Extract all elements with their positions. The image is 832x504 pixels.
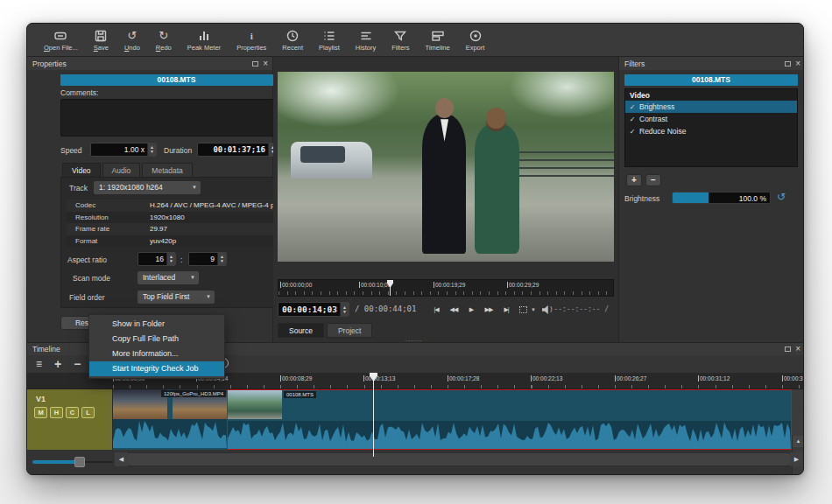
clip-thumbnail <box>228 390 282 419</box>
timeline-playhead[interactable] <box>373 373 374 457</box>
close-panel-icon[interactable]: × <box>795 60 800 67</box>
menu-item-show-in-folder[interactable]: Show in Folder <box>89 317 224 332</box>
scan-mode-dropdown[interactable]: Interlaced▼ <box>137 271 199 284</box>
filter-item-contrast[interactable]: ✓ Contrast <box>625 113 797 125</box>
aspect-height-spinbox[interactable]: 9 ▲▼ <box>188 252 227 266</box>
scroll-right-icon[interactable]: ▶ <box>790 452 803 466</box>
save-button[interactable]: Save <box>86 24 116 56</box>
filters-button[interactable]: Filters <box>384 24 417 56</box>
scroll-left-icon[interactable]: ◀ <box>115 452 128 466</box>
close-panel-icon[interactable]: × <box>795 346 800 353</box>
skip-end-button[interactable]: ▶| <box>498 304 514 316</box>
checkbox-checked-icon[interactable]: ✓ <box>625 116 639 123</box>
export-button[interactable]: Export <box>458 24 493 56</box>
aspect-w-arrows[interactable]: ▲▼ <box>166 253 175 265</box>
track-header-v1[interactable]: V1 M H C L <box>27 389 113 450</box>
field-order-dropdown[interactable]: Top Field First▼ <box>137 290 215 304</box>
recent-icon <box>286 28 300 43</box>
volume-icon[interactable] <box>542 305 550 314</box>
position-spin-arrows[interactable]: ▲▼ <box>340 303 349 316</box>
table-row: CodecH.264 / AVC / MPEG-4 AVC / MPEG-4 p… <box>67 200 287 212</box>
comments-textarea[interactable] <box>60 99 293 136</box>
track-dropdown[interactable]: 1: 1920x1080 h264▼ <box>94 181 201 194</box>
add-filter-button[interactable]: + <box>626 174 642 186</box>
clip-label: 120fps_GoPro_HD3.MP4 <box>161 390 226 397</box>
track-label: Track <box>69 184 88 192</box>
rewind-button[interactable]: ◀◀ <box>446 304 462 316</box>
timeline-remove-icon[interactable]: − <box>74 359 81 369</box>
speed-spin-arrows[interactable]: ▲▼ <box>147 144 156 156</box>
timeline-zoom-slider[interactable] <box>32 457 113 467</box>
checkbox-checked-icon[interactable]: ✓ <box>625 128 639 136</box>
undo-button[interactable]: ↺ Undo <box>116 24 148 56</box>
history-button[interactable]: History <box>348 24 384 56</box>
menu-item-start-integrity-check-job[interactable]: Start Integrity Check Job <box>89 361 224 376</box>
aspect-width-spinbox[interactable]: 16 ▲▼ <box>137 252 176 266</box>
play-button[interactable]: ▶ <box>463 304 479 316</box>
skip-start-button[interactable]: |◀ <box>428 304 444 316</box>
brightness-slider[interactable]: 100.0 % <box>672 192 771 204</box>
menu-item-more-information[interactable]: More Information... <box>89 346 224 361</box>
tab-project[interactable]: Project <box>327 323 372 338</box>
open-file-button[interactable]: Open File... <box>36 24 86 56</box>
track-hide-button[interactable]: H <box>50 407 63 418</box>
float-panel-icon[interactable] <box>785 61 791 66</box>
video-car <box>291 142 371 178</box>
menu-item-copy-full-file-path[interactable]: Copy Full File Path <box>89 332 224 346</box>
properties-button[interactable]: i Properties <box>229 24 274 56</box>
remove-filter-button[interactable]: − <box>645 174 661 186</box>
timeline-append-icon[interactable]: + <box>54 359 61 369</box>
filter-funnel-icon <box>393 28 407 43</box>
track-composite-button[interactable]: C <box>66 407 79 418</box>
redo-button[interactable]: ↻ Redo <box>148 24 180 56</box>
duration-spinbox[interactable]: 00:01:37;16 ▲▼ <box>197 143 278 157</box>
player-position-spinbox[interactable]: 00:00:14;03 ▲▼ <box>278 302 349 317</box>
in-out-button[interactable] <box>519 306 527 313</box>
speed-spinbox[interactable]: 1.00 x ▲▼ <box>90 143 157 157</box>
scroll-up-icon[interactable]: ▲ <box>793 436 804 447</box>
clip-waveform <box>228 421 791 449</box>
peak-meter-button[interactable]: Peak Meter <box>180 24 229 56</box>
fast-forward-button[interactable]: ▶▶ <box>481 304 497 316</box>
peak-meter-icon <box>197 28 211 43</box>
app-window: Open File... Save ↺ Undo ↻ Redo Peak Met… <box>26 23 804 475</box>
float-panel-icon[interactable] <box>252 61 258 66</box>
tab-audio[interactable]: Audio <box>102 163 141 177</box>
filters-filename: 00108.MTS <box>624 74 798 86</box>
transport-controls: 00:00:14;03 ▲▼ / 00:00:44;01 |◀ ◀◀ ▶ ▶▶ … <box>278 302 614 319</box>
param-reset-icon[interactable]: ↺ <box>777 191 786 203</box>
tab-video[interactable]: Video <box>62 163 101 177</box>
aspect-ratio-label: Aspect ratio <box>67 256 107 264</box>
duration-label: Duration <box>164 146 192 155</box>
filter-item-reduce-noise[interactable]: ✓ Reduce Noise <box>625 125 797 137</box>
clip-waveform <box>113 419 227 448</box>
save-icon <box>94 28 108 43</box>
checkbox-checked-icon[interactable]: ✓ <box>625 103 639 111</box>
track-mute-button[interactable]: M <box>34 407 47 418</box>
recent-button[interactable]: Recent <box>274 24 311 56</box>
scrollbar-thumb[interactable] <box>128 453 790 466</box>
properties-filename: 00108.MTS <box>60 74 293 86</box>
clip-gopro[interactable]: 120fps_GoPro_HD3.MP4 <box>113 389 227 450</box>
table-row: Frame rate29.97 <box>67 223 287 235</box>
tab-source[interactable]: Source <box>278 323 324 338</box>
timeline-button[interactable]: Timeline <box>418 24 458 56</box>
clip-00108-selected[interactable]: 00108.MTS <box>227 389 792 450</box>
player-scrub-bar[interactable]: 00:00:00;00 00:00:10;00 00:00:19;29 00:0… <box>278 279 614 297</box>
timeline-horizontal-scrollbar[interactable]: ◀ ▶ <box>115 452 803 466</box>
in-out-dropdown-icon[interactable]: ▼ <box>531 307 536 312</box>
track-lock-button[interactable]: L <box>81 407 95 418</box>
aspect-h-arrows[interactable]: ▲▼ <box>217 253 226 265</box>
float-panel-icon[interactable] <box>785 346 791 352</box>
comments-label: Comments: <box>60 88 98 97</box>
filter-item-brightness[interactable]: ✓ Brightness <box>625 101 797 113</box>
close-panel-icon[interactable]: × <box>263 60 268 67</box>
properties-panel-title: Properties <box>32 60 67 68</box>
playlist-button[interactable]: Playlist <box>311 24 348 56</box>
tab-metadata[interactable]: Metadata <box>142 163 192 177</box>
clip-label: 00108.MTS <box>284 391 316 398</box>
timeline-menu-icon[interactable]: ≡ <box>36 359 42 369</box>
speed-label: Speed <box>60 146 82 155</box>
scan-mode-label: Scan mode <box>73 274 110 283</box>
zoom-slider-handle[interactable] <box>74 457 85 467</box>
